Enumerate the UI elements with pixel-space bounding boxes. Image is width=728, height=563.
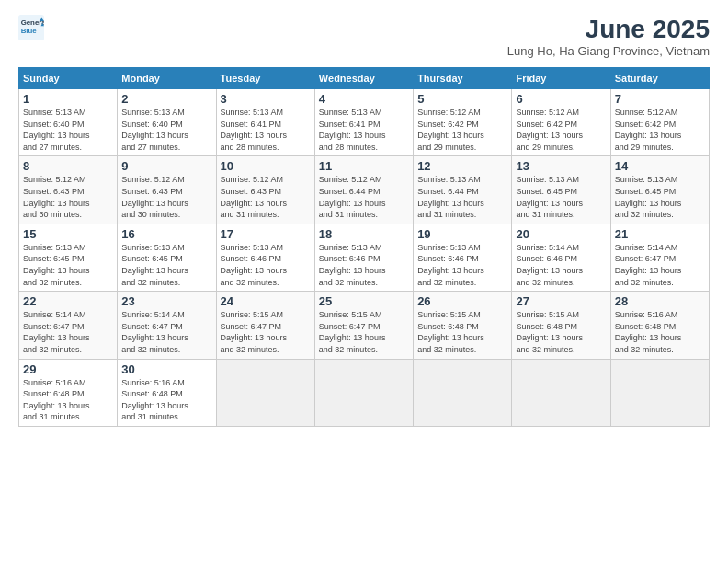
table-row: 22Sunrise: 5:14 AM Sunset: 6:47 PM Dayli… <box>19 292 118 359</box>
day-number: 20 <box>516 227 606 241</box>
table-row: 13Sunrise: 5:13 AM Sunset: 6:45 PM Dayli… <box>512 156 610 224</box>
day-info: Sunrise: 5:13 AM Sunset: 6:41 PM Dayligh… <box>319 107 409 153</box>
day-info: Sunrise: 5:15 AM Sunset: 6:47 PM Dayligh… <box>319 309 409 355</box>
day-number: 14 <box>615 159 705 173</box>
page: General Blue June 2025 Lung Ho, Ha Giang… <box>0 0 728 563</box>
title-block: June 2025 Lung Ho, Ha Giang Province, Vi… <box>507 15 710 58</box>
day-number: 5 <box>417 92 507 106</box>
col-tuesday: Tuesday <box>216 68 314 89</box>
day-info: Sunrise: 5:13 AM Sunset: 6:46 PM Dayligh… <box>417 242 507 288</box>
table-row <box>610 359 709 426</box>
table-row: 4Sunrise: 5:13 AM Sunset: 6:41 PM Daylig… <box>314 89 413 156</box>
table-row: 25Sunrise: 5:15 AM Sunset: 6:47 PM Dayli… <box>314 292 413 359</box>
day-number: 11 <box>319 159 409 173</box>
day-number: 21 <box>615 227 705 241</box>
day-number: 18 <box>319 227 409 241</box>
day-info: Sunrise: 5:13 AM Sunset: 6:46 PM Dayligh… <box>319 242 409 288</box>
table-row: 2Sunrise: 5:13 AM Sunset: 6:40 PM Daylig… <box>118 89 216 156</box>
day-number: 27 <box>516 294 606 308</box>
day-number: 3 <box>221 92 311 106</box>
day-info: Sunrise: 5:15 AM Sunset: 6:47 PM Dayligh… <box>221 309 311 355</box>
day-info: Sunrise: 5:12 AM Sunset: 6:43 PM Dayligh… <box>221 174 311 220</box>
day-info: Sunrise: 5:13 AM Sunset: 6:40 PM Dayligh… <box>121 107 211 153</box>
day-number: 26 <box>417 294 507 308</box>
table-row: 11Sunrise: 5:12 AM Sunset: 6:44 PM Dayli… <box>314 156 413 224</box>
calendar-header-row: Sunday Monday Tuesday Wednesday Thursday… <box>19 68 710 89</box>
day-number: 22 <box>23 294 113 308</box>
table-row: 27Sunrise: 5:15 AM Sunset: 6:48 PM Dayli… <box>512 292 610 359</box>
table-row <box>314 359 413 426</box>
table-row <box>216 359 314 426</box>
col-saturday: Saturday <box>610 68 709 89</box>
table-row: 16Sunrise: 5:13 AM Sunset: 6:45 PM Dayli… <box>118 224 216 291</box>
table-row: 20Sunrise: 5:14 AM Sunset: 6:46 PM Dayli… <box>512 224 610 291</box>
table-row: 24Sunrise: 5:15 AM Sunset: 6:47 PM Dayli… <box>216 292 314 359</box>
day-info: Sunrise: 5:16 AM Sunset: 6:48 PM Dayligh… <box>23 377 113 423</box>
day-info: Sunrise: 5:16 AM Sunset: 6:48 PM Dayligh… <box>121 377 211 423</box>
day-info: Sunrise: 5:12 AM Sunset: 6:42 PM Dayligh… <box>417 107 507 153</box>
table-row: 17Sunrise: 5:13 AM Sunset: 6:46 PM Dayli… <box>216 224 314 291</box>
table-row: 21Sunrise: 5:14 AM Sunset: 6:47 PM Dayli… <box>610 224 709 291</box>
calendar-week-row: 1Sunrise: 5:13 AM Sunset: 6:40 PM Daylig… <box>19 89 710 156</box>
header: General Blue June 2025 Lung Ho, Ha Giang… <box>18 15 710 58</box>
day-info: Sunrise: 5:13 AM Sunset: 6:45 PM Dayligh… <box>121 242 211 288</box>
logo: General Blue <box>18 15 44 40</box>
table-row: 3Sunrise: 5:13 AM Sunset: 6:41 PM Daylig… <box>216 89 314 156</box>
day-number: 9 <box>121 159 211 173</box>
day-info: Sunrise: 5:14 AM Sunset: 6:47 PM Dayligh… <box>615 242 705 288</box>
main-title: June 2025 <box>507 15 710 44</box>
day-number: 13 <box>516 159 606 173</box>
table-row: 26Sunrise: 5:15 AM Sunset: 6:48 PM Dayli… <box>414 292 512 359</box>
day-number: 2 <box>121 92 211 106</box>
table-row: 15Sunrise: 5:13 AM Sunset: 6:45 PM Dayli… <box>19 224 118 291</box>
day-info: Sunrise: 5:13 AM Sunset: 6:45 PM Dayligh… <box>23 242 113 288</box>
table-row: 8Sunrise: 5:12 AM Sunset: 6:43 PM Daylig… <box>19 156 118 224</box>
table-row: 14Sunrise: 5:13 AM Sunset: 6:45 PM Dayli… <box>610 156 709 224</box>
table-row: 18Sunrise: 5:13 AM Sunset: 6:46 PM Dayli… <box>314 224 413 291</box>
day-number: 16 <box>121 227 211 241</box>
table-row <box>512 359 610 426</box>
table-row: 1Sunrise: 5:13 AM Sunset: 6:40 PM Daylig… <box>19 89 118 156</box>
day-number: 29 <box>23 362 113 376</box>
calendar-week-row: 15Sunrise: 5:13 AM Sunset: 6:45 PM Dayli… <box>19 224 710 291</box>
day-number: 6 <box>516 92 606 106</box>
day-number: 24 <box>221 294 311 308</box>
day-info: Sunrise: 5:13 AM Sunset: 6:46 PM Dayligh… <box>221 242 311 288</box>
day-number: 19 <box>417 227 507 241</box>
table-row: 30Sunrise: 5:16 AM Sunset: 6:48 PM Dayli… <box>118 359 216 426</box>
day-number: 1 <box>23 92 113 106</box>
table-row: 7Sunrise: 5:12 AM Sunset: 6:42 PM Daylig… <box>610 89 709 156</box>
day-info: Sunrise: 5:12 AM Sunset: 6:43 PM Dayligh… <box>121 174 211 220</box>
table-row: 19Sunrise: 5:13 AM Sunset: 6:46 PM Dayli… <box>414 224 512 291</box>
col-friday: Friday <box>512 68 610 89</box>
day-number: 28 <box>615 294 705 308</box>
table-row: 28Sunrise: 5:16 AM Sunset: 6:48 PM Dayli… <box>610 292 709 359</box>
day-number: 7 <box>615 92 705 106</box>
table-row: 10Sunrise: 5:12 AM Sunset: 6:43 PM Dayli… <box>216 156 314 224</box>
day-number: 15 <box>23 227 113 241</box>
day-info: Sunrise: 5:14 AM Sunset: 6:46 PM Dayligh… <box>516 242 606 288</box>
day-info: Sunrise: 5:12 AM Sunset: 6:42 PM Dayligh… <box>615 107 705 153</box>
day-number: 17 <box>221 227 311 241</box>
calendar-table: Sunday Monday Tuesday Wednesday Thursday… <box>18 67 710 427</box>
day-number: 25 <box>319 294 409 308</box>
svg-text:Blue: Blue <box>21 27 38 35</box>
day-number: 8 <box>23 159 113 173</box>
table-row: 23Sunrise: 5:14 AM Sunset: 6:47 PM Dayli… <box>118 292 216 359</box>
day-info: Sunrise: 5:12 AM Sunset: 6:43 PM Dayligh… <box>23 174 113 220</box>
calendar-week-row: 8Sunrise: 5:12 AM Sunset: 6:43 PM Daylig… <box>19 156 710 224</box>
table-row: 6Sunrise: 5:12 AM Sunset: 6:42 PM Daylig… <box>512 89 610 156</box>
col-thursday: Thursday <box>414 68 512 89</box>
day-info: Sunrise: 5:16 AM Sunset: 6:48 PM Dayligh… <box>615 309 705 355</box>
table-row: 9Sunrise: 5:12 AM Sunset: 6:43 PM Daylig… <box>118 156 216 224</box>
calendar-week-row: 29Sunrise: 5:16 AM Sunset: 6:48 PM Dayli… <box>19 359 710 426</box>
day-number: 23 <box>121 294 211 308</box>
table-row <box>414 359 512 426</box>
day-info: Sunrise: 5:15 AM Sunset: 6:48 PM Dayligh… <box>417 309 507 355</box>
day-info: Sunrise: 5:13 AM Sunset: 6:41 PM Dayligh… <box>221 107 311 153</box>
logo-icon: General Blue <box>18 15 44 40</box>
day-number: 10 <box>221 159 311 173</box>
day-info: Sunrise: 5:12 AM Sunset: 6:44 PM Dayligh… <box>319 174 409 220</box>
col-wednesday: Wednesday <box>314 68 413 89</box>
col-sunday: Sunday <box>19 68 118 89</box>
